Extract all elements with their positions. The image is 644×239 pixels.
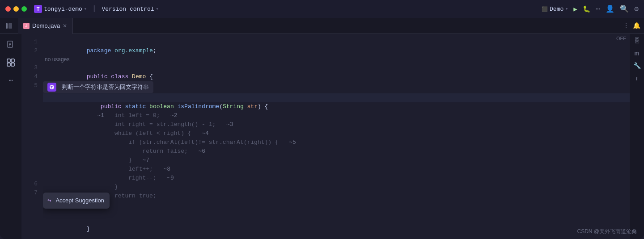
tabbar-more-icon[interactable]: ⋮ bbox=[623, 22, 629, 29]
activity-plugins-icon[interactable] bbox=[4, 55, 18, 70]
right-panel-upload-icon[interactable]: ⬆ bbox=[635, 75, 639, 83]
java-file-icon: J bbox=[23, 23, 30, 29]
svg-rect-3 bbox=[9, 43, 11, 44]
activity-bar: ⋯ bbox=[0, 34, 21, 239]
code-line-ghost-1: int left = 0; ~2 bbox=[43, 102, 630, 111]
settings-icon[interactable]: ⚙ bbox=[634, 4, 639, 13]
close-button[interactable] bbox=[5, 6, 11, 12]
code-line-4 bbox=[43, 72, 630, 81]
svg-rect-7 bbox=[11, 59, 14, 62]
code-line-ghost-10: return true; bbox=[43, 183, 630, 192]
run-config[interactable]: ⬛ Demo ▾ bbox=[542, 6, 568, 13]
activity-more-icon[interactable]: ⋯ bbox=[4, 73, 18, 88]
no-usages-hint: no usages bbox=[43, 55, 630, 63]
add-profile-icon[interactable]: 👤 bbox=[606, 4, 614, 13]
more-actions-button[interactable]: ⋯ bbox=[596, 4, 601, 13]
code-line-6 bbox=[43, 207, 630, 216]
run-button[interactable]: ▶ bbox=[573, 5, 577, 13]
description-text: 判断一个字符串是否为回文字符串 bbox=[62, 83, 149, 92]
tabbar-notification-icon[interactable]: 🔔 bbox=[633, 22, 640, 29]
titlebar-right: ⬛ Demo ▾ ▶ 🐛 ⋯ 👤 🔍 ⚙ bbox=[542, 4, 639, 13]
project-chevron-icon: ▾ bbox=[84, 6, 87, 12]
sidebar-toggle[interactable] bbox=[0, 18, 18, 34]
code-line-ghost-3: while (left < right) { ~4 bbox=[43, 120, 630, 129]
code-line-ghost-6: } ~7 bbox=[43, 147, 630, 156]
right-panel: 🗄 m 🔧 ⬆ bbox=[630, 34, 644, 239]
debug-button[interactable]: 🐛 bbox=[583, 5, 590, 13]
svg-rect-4 bbox=[9, 44, 11, 45]
version-control-label: Version control bbox=[102, 6, 154, 13]
svg-rect-9 bbox=[11, 63, 14, 66]
code-line-ghost-8: right--; ~9 bbox=[43, 165, 630, 174]
right-panel-maven-icon[interactable]: m bbox=[634, 50, 640, 57]
description-popup: T 判断一个字符串是否为回文字符串 bbox=[43, 81, 153, 93]
line-numbers: 1 2 3 4 5 6 7 bbox=[21, 34, 43, 239]
code-line-ghost-9: } bbox=[43, 174, 630, 183]
version-control[interactable]: Version control ▾ bbox=[102, 6, 158, 13]
version-control-chevron: ▾ bbox=[156, 6, 159, 12]
maximize-button[interactable] bbox=[21, 6, 27, 12]
suggestion-arrow-icon: ↪ bbox=[43, 193, 55, 209]
tabbar-actions: ⋮ 🔔 bbox=[623, 22, 644, 29]
ai-icon: T bbox=[47, 83, 56, 92]
svg-text:T: T bbox=[51, 85, 53, 89]
code-content[interactable]: package org.example; no usages public cl… bbox=[43, 34, 630, 239]
right-panel-database-icon[interactable]: 🗄 bbox=[634, 38, 640, 45]
editor-area: OFF 1 2 3 4 5 bbox=[21, 34, 630, 239]
code-line-7: } bbox=[43, 216, 630, 225]
code-line-2 bbox=[43, 46, 630, 55]
code-editor[interactable]: 1 2 3 4 5 6 7 bbox=[21, 34, 630, 239]
right-panel-tool-icon[interactable]: 🔧 bbox=[633, 62, 641, 70]
svg-rect-1 bbox=[8, 23, 12, 29]
code-line-ghost-2: int right = str.length() - 1; ~3 bbox=[43, 111, 630, 120]
project-icon: T bbox=[34, 5, 42, 13]
svg-rect-0 bbox=[6, 23, 8, 29]
code-line-ghost-5: return false; ~6 bbox=[43, 138, 630, 147]
accept-suggestion-label: Accept Suggestion bbox=[55, 193, 109, 209]
svg-rect-8 bbox=[7, 63, 10, 66]
accept-suggestion-popup[interactable]: ↪ Accept Suggestion bbox=[43, 193, 110, 209]
run-config-chevron: ▾ bbox=[565, 6, 568, 12]
tab-label: Demo.java bbox=[32, 22, 60, 29]
activity-explorer-icon[interactable] bbox=[4, 38, 18, 52]
code-line-ghost-7: left++; ~8 bbox=[43, 156, 630, 165]
app-window: T tongyi-demo ▾ | Version control ▾ ⬛ De… bbox=[0, 0, 644, 239]
titlebar: T tongyi-demo ▾ | Version control ▾ ⬛ De… bbox=[0, 0, 644, 18]
minimize-button[interactable] bbox=[13, 6, 19, 12]
tab-demo-java[interactable]: J Demo.java ✕ bbox=[18, 18, 73, 34]
code-line-ghost-4: if (str.charAt(left)!= str.charAt(right)… bbox=[43, 129, 630, 138]
run-config-indicator: ⬛ bbox=[542, 6, 548, 12]
tabbar: J Demo.java ✕ ⋮ 🔔 bbox=[0, 18, 644, 34]
traffic-lights bbox=[5, 6, 27, 12]
project-name: tongyi-demo bbox=[44, 6, 82, 13]
code-line-5: public static boolean isPalindrome(Strin… bbox=[43, 93, 630, 102]
svg-rect-6 bbox=[7, 59, 10, 62]
main-content: ⋯ OFF 1 2 3 4 5 bbox=[0, 34, 644, 239]
code-line-3: public class Demo { bbox=[43, 63, 630, 72]
project-selector[interactable]: T tongyi-demo ▾ bbox=[34, 5, 87, 13]
separator: | bbox=[92, 5, 97, 13]
search-icon[interactable]: 🔍 bbox=[620, 4, 629, 13]
run-config-name: Demo bbox=[550, 6, 564, 13]
code-line-1: package org.example; bbox=[43, 38, 630, 46]
svg-rect-5 bbox=[9, 46, 10, 46]
watermark: CSDN @天外飞雨道沧桑 bbox=[577, 228, 637, 235]
tab-close-button[interactable]: ✕ bbox=[63, 23, 67, 29]
